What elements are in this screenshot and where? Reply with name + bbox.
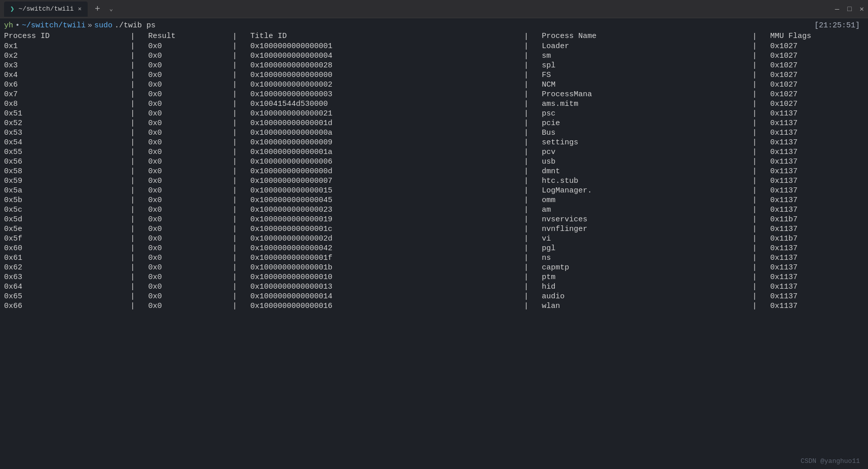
sep-r3: | (524, 253, 542, 263)
sep-r4: | (752, 119, 770, 128)
sep-r1: | (130, 70, 148, 80)
cell-result: 0x0 (148, 99, 233, 109)
cell-mmu: 0x1137 (770, 205, 864, 215)
cell-title-id: 0x100000000000002d (250, 234, 524, 244)
cell-pid: 0x5a (4, 186, 130, 196)
cell-result: 0x0 (148, 263, 233, 272)
table-row: 0x3 | 0x0 | 0x1000000000000028 | spl | 0… (4, 61, 864, 70)
table-row: 0x5f | 0x0 | 0x100000000000002d | vi | 0… (4, 234, 864, 244)
cell-title-id: 0x1000000000000016 (250, 301, 524, 311)
cell-mmu: 0x11b7 (770, 234, 864, 244)
sep-r2: | (233, 292, 250, 301)
table-row: 0x5a | 0x0 | 0x1000000000000015 | LogMan… (4, 186, 864, 196)
cell-title-id: 0x1000000000000028 (250, 61, 524, 70)
sep-r4: | (752, 42, 770, 51)
cell-pid: 0x62 (4, 263, 130, 272)
terminal-tab[interactable]: ❯ ~/switch/twili ✕ (4, 2, 88, 17)
cell-title-id: 0x1000000000000023 (250, 205, 524, 215)
prompt-user: yh (4, 21, 13, 30)
cell-pid: 0x54 (4, 138, 130, 147)
cell-title-id: 0x1000000000000015 (250, 186, 524, 196)
cell-result: 0x0 (148, 109, 233, 119)
sep-r2: | (233, 176, 250, 186)
sep-r2: | (233, 138, 250, 147)
cell-process-name: spl (542, 61, 752, 70)
cell-mmu: 0x1027 (770, 80, 864, 90)
cell-result: 0x0 (148, 292, 233, 301)
cell-process-name: Loader (542, 42, 752, 51)
table-row: 0x6 | 0x0 | 0x1000000000000002 | NCM | 0… (4, 80, 864, 90)
cell-pid: 0x51 (4, 109, 130, 119)
cell-process-name: nvservices (542, 215, 752, 224)
cell-mmu: 0x1137 (770, 244, 864, 253)
cell-pid: 0x2 (4, 51, 130, 61)
cell-pid: 0x5c (4, 205, 130, 215)
cell-process-name: ns (542, 253, 752, 263)
sep-r4: | (752, 301, 770, 311)
timestamp: [21:25:51] (814, 21, 860, 30)
tab-chevron-icon[interactable]: ⌄ (107, 5, 115, 13)
sep-r2: | (233, 51, 250, 61)
maximize-button[interactable]: □ (847, 5, 851, 13)
sep-r2: | (233, 119, 250, 128)
cell-mmu: 0x1137 (770, 167, 864, 176)
sep-r1: | (130, 90, 148, 99)
table-row: 0x60 | 0x0 | 0x1000000000000042 | pgl | … (4, 244, 864, 253)
new-tab-button[interactable]: + (92, 4, 103, 14)
sep-r2: | (233, 80, 250, 90)
cell-pid: 0x59 (4, 176, 130, 186)
sep-r3: | (524, 80, 542, 90)
sep-r4: | (752, 205, 770, 215)
sep-r2: | (233, 90, 250, 99)
sep-r3: | (524, 51, 542, 61)
cell-result: 0x0 (148, 176, 233, 186)
tab-close-button[interactable]: ✕ (78, 5, 82, 13)
cell-mmu: 0x1137 (770, 253, 864, 263)
cell-mmu: 0x1027 (770, 70, 864, 80)
sep-r3: | (524, 61, 542, 70)
sep-r1: | (130, 176, 148, 186)
sep-r4: | (752, 253, 770, 263)
table-row: 0x63 | 0x0 | 0x1000000000000010 | ptm | … (4, 272, 864, 282)
cell-result: 0x0 (148, 234, 233, 244)
sep-r1: | (130, 42, 148, 51)
sep-r4: | (752, 272, 770, 282)
minimize-button[interactable]: — (835, 5, 839, 13)
sep-r1: | (130, 128, 148, 138)
sep-r1: | (130, 138, 148, 147)
cell-mmu: 0x1137 (770, 292, 864, 301)
cell-pid: 0x52 (4, 119, 130, 128)
cell-result: 0x0 (148, 147, 233, 157)
cell-mmu: 0x1137 (770, 224, 864, 234)
cell-title-id: 0x1000000000000014 (250, 292, 524, 301)
cell-result: 0x0 (148, 157, 233, 167)
cell-pid: 0x5b (4, 196, 130, 205)
sep-r1: | (130, 234, 148, 244)
cell-process-name: pgl (542, 244, 752, 253)
table-row: 0x64 | 0x0 | 0x1000000000000013 | hid | … (4, 282, 864, 292)
window-controls: — □ ✕ (835, 5, 864, 13)
cell-pid: 0x66 (4, 301, 130, 311)
cell-mmu: 0x1137 (770, 119, 864, 128)
cell-title-id: 0x100000000000001a (250, 147, 524, 157)
col-process-name: Process Name (542, 32, 752, 42)
close-button[interactable]: ✕ (860, 5, 864, 13)
cell-result: 0x0 (148, 70, 233, 80)
cell-result: 0x0 (148, 196, 233, 205)
cell-result: 0x0 (148, 128, 233, 138)
sep-r4: | (752, 99, 770, 109)
sep-r1: | (130, 147, 148, 157)
cell-process-name: omm (542, 196, 752, 205)
table-row: 0x5b | 0x0 | 0x1000000000000045 | omm | … (4, 196, 864, 205)
prompt-command: ./twib ps (115, 21, 156, 30)
table-row: 0x58 | 0x0 | 0x100000000000000d | dmnt |… (4, 167, 864, 176)
sep-r3: | (524, 282, 542, 292)
sep-r2: | (233, 282, 250, 292)
cell-result: 0x0 (148, 61, 233, 70)
cell-process-name: am (542, 205, 752, 215)
cell-pid: 0x56 (4, 157, 130, 167)
cell-title-id: 0x1000000000000045 (250, 196, 524, 205)
sep-r4: | (752, 176, 770, 186)
cell-title-id: 0x100000000000001b (250, 263, 524, 272)
process-table-body: 0x1 | 0x0 | 0x1000000000000001 | Loader … (4, 42, 864, 311)
